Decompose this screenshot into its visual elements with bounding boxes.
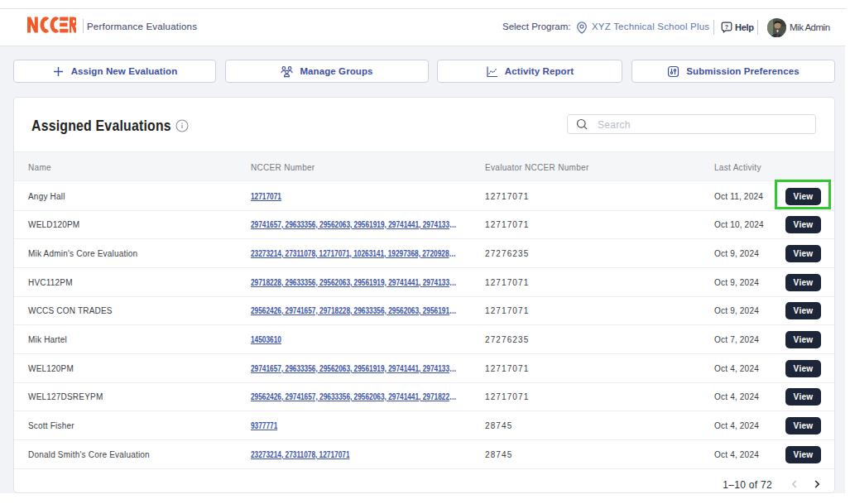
svg-text:?: ? bbox=[725, 24, 728, 30]
